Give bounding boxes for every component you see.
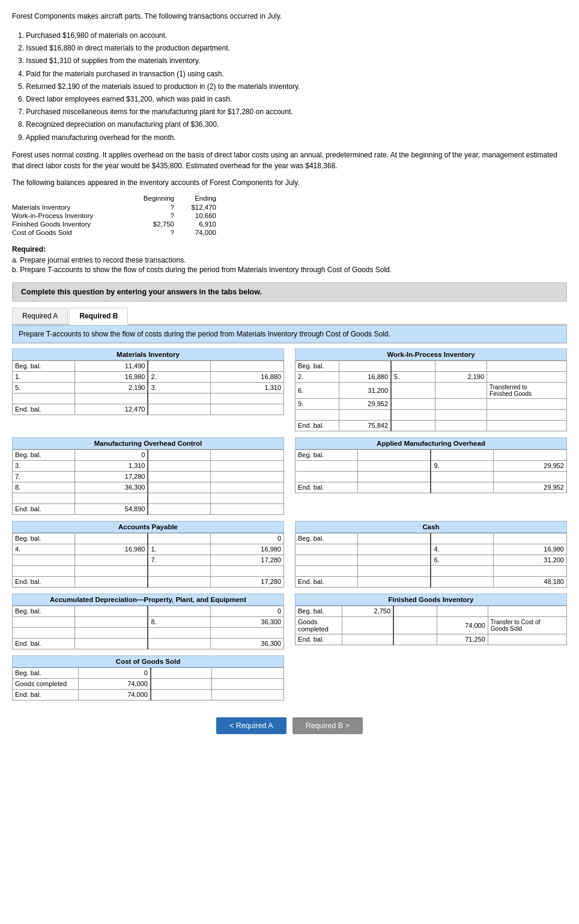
cogs-row2-credit: [211, 678, 283, 689]
fg-row3-clabel: [393, 634, 437, 645]
row-wip-end: 10,660: [180, 211, 222, 220]
ap-row2-clabel: 1.: [148, 544, 210, 555]
tabs-bar: Required A Required B: [12, 308, 567, 325]
ad-row3-label: [13, 627, 75, 638]
mfg-row6-debit: 54,890: [74, 503, 148, 514]
ad-row3-debit: [74, 627, 148, 638]
mi-row5-credit: [210, 404, 283, 415]
aoh-row2-clabel: 9.: [431, 460, 493, 471]
row-materials-end: $12,470: [180, 203, 222, 211]
t-account-fg-table: Beg. bal. 2,750 Goods completed 74,000 T…: [295, 606, 567, 645]
wip-row2-label: 2.: [296, 371, 339, 382]
ap-row4-label: [13, 565, 75, 576]
col-header-beginning: Beginning: [132, 194, 180, 203]
mfg-row4-credit: [210, 482, 283, 493]
fg-row2-debit: [342, 616, 393, 634]
cash-row5-clabel: [431, 576, 493, 587]
t-account-materials-title: Materials Inventory: [12, 348, 284, 360]
wip-row6-debit: 75,842: [339, 420, 391, 431]
cash-row1-clabel: [431, 533, 493, 544]
cash-row1-label: Beg. bal.: [296, 533, 358, 544]
fg-row2-credit: 74,000: [437, 616, 488, 634]
row-wip-label: Work-in-Process Inventory: [12, 211, 132, 220]
row-wip-beg: ?: [132, 211, 180, 220]
ap-row1-credit: 0: [210, 533, 283, 544]
ad-row2-label: [13, 616, 75, 627]
mi-row3-label: 5.: [13, 382, 75, 393]
t-account-ap-table: Beg. bal. 0 4. 16,980 1. 16,980 7. 17,28…: [12, 533, 284, 588]
t-account-applied-overhead: Applied Manufacturing Overhead Beg. bal.…: [295, 437, 567, 515]
cogs-row2-clabel: [151, 678, 212, 689]
wip-row6-label: End. bal.: [296, 420, 339, 431]
row-cogs-label: Cost of Goods Sold: [12, 228, 132, 237]
wip-row4-debit: 29,952: [339, 398, 391, 409]
ap-row1-label: Beg. bal.: [13, 533, 75, 544]
fg-row2-note: Transfer to Cost ofGoods Sold: [488, 616, 566, 634]
t-account-cogs: Cost of Goods Sold Beg. bal. 0 Goods com…: [12, 655, 284, 701]
ap-row1-debit: [74, 533, 148, 544]
transaction-1: 1. Purchased $16,980 of materials on acc…: [18, 30, 567, 41]
wip-row4-clabel: [391, 398, 435, 409]
mfg-row6-label: End. bal.: [13, 503, 75, 514]
mi-row1-label: Beg. bal.: [13, 360, 75, 371]
transactions-list: 1. Purchased $16,980 of materials on acc…: [18, 30, 567, 144]
mi-row5-debit: 12,470: [74, 404, 148, 415]
mi-row4-credit: [210, 393, 283, 404]
wip-row6-credit: [435, 420, 487, 431]
ad-row1-debit: [74, 606, 148, 616]
transaction-3: 3. Issued $1,310 of supplies from the ma…: [18, 55, 567, 67]
tab-required-b[interactable]: Required B: [69, 308, 128, 325]
mi-row3-debit: 2,190: [74, 382, 148, 393]
wip-row3-debit: 31,200: [339, 382, 391, 398]
required-b-text: b. Prepare T-accounts to show the flow o…: [12, 266, 567, 274]
mfg-row6-clabel: [148, 503, 210, 514]
aoh-row3-credit: [493, 471, 566, 482]
cogs-row1-debit: 0: [79, 667, 151, 678]
row-materials-label: Materials Inventory: [12, 203, 132, 211]
fg-row3-label: End. bal.: [296, 634, 342, 645]
t-account-wip-title: Work-In-Process Inventory: [295, 348, 567, 360]
wip-row5-note: [487, 409, 567, 420]
wip-row2-clabel: 5.: [391, 371, 435, 382]
transaction-2: 2. Issued $16,880 in direct materials to…: [18, 43, 567, 54]
cash-row5-credit: 48,180: [493, 576, 566, 587]
ap-row3-clabel: 7.: [148, 555, 210, 565]
aoh-row2-debit: [357, 460, 431, 471]
mi-row1-credit: [210, 360, 283, 371]
ap-row3-credit: 17,280: [210, 555, 283, 565]
t-account-cash-title: Cash: [295, 521, 567, 533]
wip-row6-clabel: [391, 420, 435, 431]
inventory-table: Beginning Ending Materials Inventory ? $…: [12, 194, 222, 237]
t-account-cash: Cash Beg. bal. 4. 16,980 6.: [295, 521, 567, 588]
mfg-row2-clabel: [148, 460, 210, 471]
t-account-accum-depreciation: Accumulated Depreciation—Property, Plant…: [12, 594, 284, 649]
tab-required-a[interactable]: Required A: [12, 308, 68, 324]
aoh-row3-clabel: [431, 471, 493, 482]
required-a-button[interactable]: < Required A: [216, 717, 286, 734]
ad-row1-label: Beg. bal.: [13, 606, 75, 616]
mfg-row1-label: Beg. bal.: [13, 449, 75, 460]
wip-row1-clabel: [391, 360, 435, 371]
ap-row2-credit: 16,980: [210, 544, 283, 555]
costing-note: Forest uses normal costing. It applies o…: [12, 150, 567, 171]
cash-row1-credit: [493, 533, 566, 544]
wip-row3-label: 6.: [296, 382, 339, 398]
aoh-row4-label: End. bal.: [296, 482, 358, 493]
t-account-mfg-table: Beg. bal. 0 3. 1,310 7. 17,280: [12, 449, 284, 515]
cash-row2-credit: 16,980: [493, 544, 566, 555]
aoh-row2-credit: 29,952: [493, 460, 566, 471]
ad-row4-debit: [74, 638, 148, 649]
wip-row3-clabel: [391, 382, 435, 398]
ap-row3-label: [13, 555, 75, 565]
ad-row2-clabel: 8.: [148, 616, 210, 627]
aoh-row4-debit: [357, 482, 431, 493]
ap-row5-label: End. bal.: [13, 576, 75, 587]
ad-row3-clabel: [148, 627, 210, 638]
wip-row1-debit: [339, 360, 391, 371]
cogs-row3-label: End. bal.: [13, 689, 79, 700]
required-b-button[interactable]: Required B >: [293, 717, 363, 734]
bottom-navigation: < Required A Required B >: [12, 717, 567, 746]
col-header-ending: Ending: [180, 194, 222, 203]
ad-row1-credit: 0: [210, 606, 283, 616]
t-account-fg-title: Finished Goods Inventory: [295, 594, 567, 606]
